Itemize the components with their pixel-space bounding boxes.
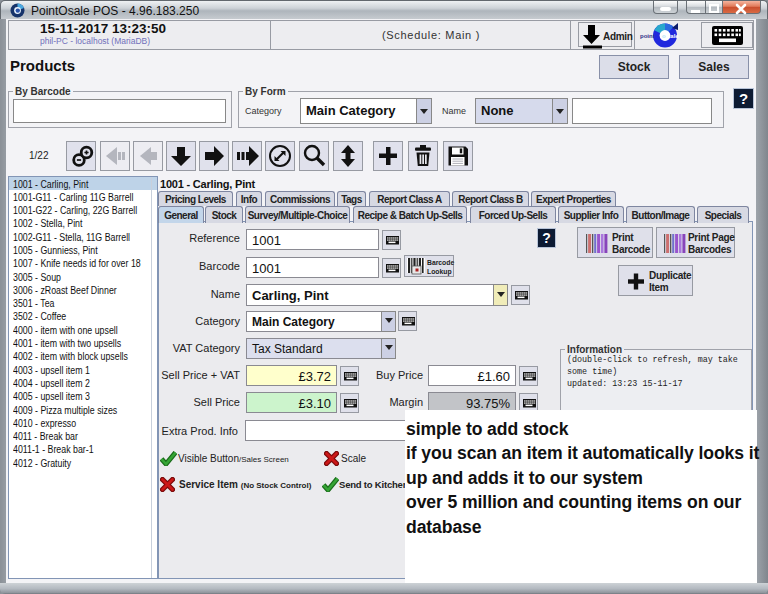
svg-text:o: o — [662, 33, 666, 39]
svg-text:point: point — [640, 33, 655, 39]
svg-text:sale: sale — [667, 33, 679, 39]
